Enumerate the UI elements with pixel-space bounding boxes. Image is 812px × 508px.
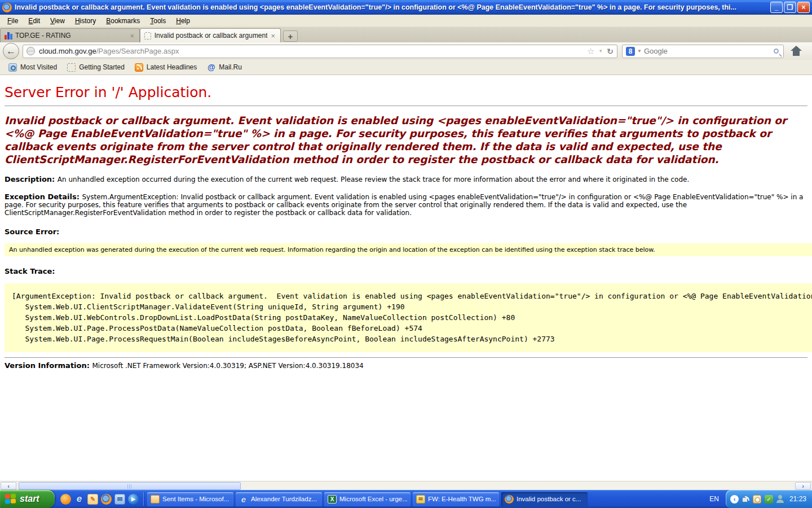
page-title: Server Error in '/' Application.	[5, 84, 812, 100]
tab-error-page[interactable]: Invalid postback or callback argument. E…	[140, 28, 281, 42]
language-indicator[interactable]: EN	[703, 495, 726, 503]
bookmarks-toolbar: Most Visited Getting Started Latest Head…	[0, 60, 812, 75]
bookmark-star-icon[interactable]: ☆	[587, 46, 594, 56]
windows-flag-icon	[5, 493, 16, 504]
start-button[interactable]: start	[0, 490, 55, 508]
url-dropdown-icon[interactable]: ▼	[598, 49, 603, 54]
menu-view[interactable]: View	[45, 16, 70, 26]
search-input[interactable]	[644, 47, 774, 55]
window-title: Invalid postback or callback argument. E…	[15, 3, 770, 11]
mail-client-icon[interactable]: ✉	[114, 494, 125, 505]
navigation-toolbar: ← cloud.moh.gov.ge /Pages/SearchPage.asp…	[0, 42, 812, 60]
taskbar: start e ✎ ✉ ▶ Sent Items - Microsof... e…	[0, 490, 812, 508]
bookmark-latest-headlines[interactable]: Latest Headlines	[131, 62, 201, 73]
search-box[interactable]: 8 ▼	[622, 45, 784, 58]
taskbar-item-ie[interactable]: e Alexander Turdziladz...	[236, 492, 322, 506]
clock[interactable]: 21:23	[787, 495, 806, 503]
task-label: Sent Items - Microsof...	[162, 496, 230, 502]
bookmark-label: Mail.Ru	[219, 63, 242, 71]
menu-help[interactable]: Help	[171, 16, 195, 26]
bookmark-label: Most Visited	[20, 63, 57, 71]
firefox-icon[interactable]	[101, 494, 112, 505]
window-titlebar[interactable]: Invalid postback or callback argument. E…	[0, 0, 812, 15]
url-bar[interactable]: cloud.moh.gov.ge /Pages/SearchPage.aspx …	[23, 45, 617, 58]
restore-button[interactable]: ❐	[784, 2, 796, 13]
menu-file[interactable]: File	[2, 16, 23, 26]
back-button[interactable]: ←	[3, 43, 19, 59]
notes-icon[interactable]: ✎	[87, 494, 98, 505]
description-paragraph: Description: An unhandled exception occu…	[5, 176, 812, 183]
error-message: Invalid postback or callback argument. E…	[5, 114, 812, 166]
taskbar-item-firefox-active[interactable]: Invalid postback or c...	[501, 492, 588, 506]
minimize-button[interactable]: _	[770, 2, 783, 13]
close-button[interactable]: ×	[797, 2, 810, 13]
scroll-left-button[interactable]: ‹	[1, 482, 16, 490]
app-launcher-icon[interactable]	[60, 494, 71, 505]
most-visited-icon	[8, 63, 17, 72]
firefox-icon	[505, 495, 514, 503]
bookmark-getting-started[interactable]: Getting Started	[63, 62, 129, 73]
mail-envelope-icon: ✉	[416, 495, 425, 503]
scrollbar-thumb[interactable]	[19, 482, 241, 490]
hide-icons-chevron-icon[interactable]: ‹	[730, 495, 739, 503]
exception-text: System.ArgumentException: Invalid postba…	[5, 193, 803, 217]
new-tab-button[interactable]: +	[283, 30, 298, 42]
quick-launch-area: e ✎ ✉ ▶	[55, 494, 143, 505]
taskbar-item-sent-items[interactable]: Sent Items - Microsof...	[147, 492, 233, 506]
internet-explorer-icon[interactable]: e	[74, 494, 85, 505]
bookmark-mailru[interactable]: @ Mail.Ru	[203, 62, 246, 73]
default-favicon-icon	[144, 32, 151, 40]
site-identity-globe-icon[interactable]	[27, 47, 35, 55]
messenger-contact-icon[interactable]	[776, 495, 784, 503]
tab-topge[interactable]: TOP.GE - RATING ×	[0, 28, 140, 42]
source-error-label: Source Error:	[5, 227, 812, 236]
bookmark-most-visited[interactable]: Most Visited	[5, 62, 61, 73]
tab-label: TOP.GE - RATING	[15, 32, 126, 40]
tab-close-icon[interactable]: ×	[129, 32, 135, 40]
version-label: Version Information:	[5, 361, 92, 370]
antivirus-check-icon[interactable]: ✓	[765, 495, 773, 503]
home-button[interactable]	[789, 45, 804, 58]
engine-dropdown-icon[interactable]: ▼	[637, 49, 642, 54]
menu-history[interactable]: History	[70, 16, 101, 26]
google-engine-icon[interactable]: 8	[626, 47, 635, 56]
divider	[5, 106, 807, 106]
menu-edit[interactable]: Edit	[23, 16, 45, 26]
reminder-icon[interactable]	[753, 495, 761, 503]
network-status-icon[interactable]	[742, 496, 749, 502]
version-information: Version Information: Microsoft .NET Fram…	[5, 361, 812, 370]
tab-close-icon[interactable]: ×	[270, 32, 276, 40]
internet-explorer-icon: e	[239, 495, 248, 503]
horizontal-scrollbar[interactable]: ‹ ›	[0, 481, 812, 490]
source-error-box: An unhandled exception was generated dur…	[5, 243, 812, 256]
description-label: Description:	[5, 175, 58, 183]
reload-icon[interactable]: ↻	[607, 47, 614, 56]
taskbar-item-mail[interactable]: ✉ FW: E-Health TWG m...	[413, 492, 499, 506]
stack-trace-label: Stack Trace:	[5, 267, 812, 275]
excel-icon: X	[328, 495, 337, 503]
tab-strip: TOP.GE - RATING × Invalid postback or ca…	[0, 27, 812, 42]
task-label: FW: E-Health TWG m...	[428, 496, 496, 502]
scroll-right-button[interactable]: ›	[795, 482, 811, 490]
search-magnifier-icon[interactable]	[774, 49, 779, 54]
task-buttons: Sent Items - Microsof... e Alexander Tur…	[144, 492, 703, 506]
exception-paragraph: Exception Details: System.ArgumentExcept…	[5, 193, 812, 217]
taskbar-item-excel[interactable]: X Microsoft Excel - urge...	[324, 492, 411, 506]
exception-label: Exception Details:	[5, 192, 82, 201]
outlook-icon	[151, 495, 160, 503]
media-player-icon[interactable]: ▶	[128, 494, 139, 505]
tray-panel: ‹ ✓ 21:23	[726, 490, 812, 508]
menu-bar: File Edit View History Bookmarks Tools H…	[0, 15, 812, 27]
description-text: An unhandled exception occurred during t…	[58, 176, 689, 183]
menu-bookmarks[interactable]: Bookmarks	[101, 16, 145, 26]
home-icon	[791, 46, 802, 51]
getting-started-icon	[67, 63, 76, 72]
bookmark-label: Getting Started	[79, 63, 125, 71]
divider	[5, 357, 807, 358]
version-text: Microsoft .NET Framework Version:4.0.303…	[92, 362, 363, 370]
firefox-app-icon	[2, 3, 12, 12]
tab-label: Invalid postback or callback argument. E…	[155, 32, 268, 40]
menu-tools[interactable]: Tools	[145, 16, 171, 26]
task-label: Microsoft Excel - urge...	[339, 496, 407, 502]
start-label: start	[20, 494, 39, 504]
